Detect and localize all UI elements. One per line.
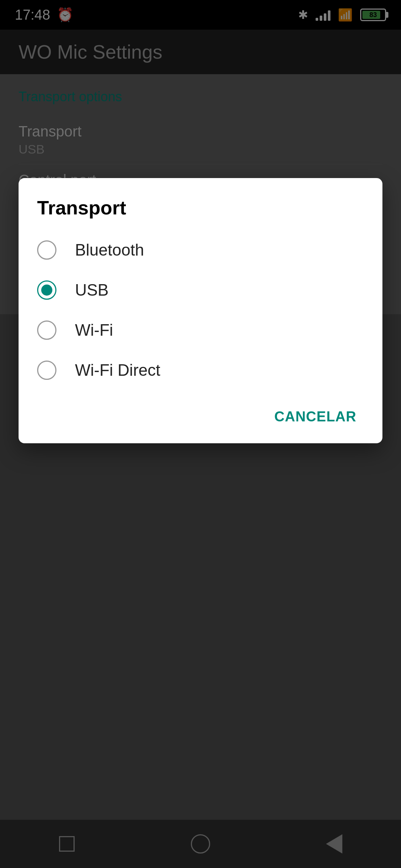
radio-usb[interactable] [37,280,56,300]
radio-wifi[interactable] [37,320,56,340]
radio-wifi-label: Wi-Fi [75,321,113,339]
radio-option-bluetooth[interactable]: Bluetooth [37,230,364,270]
radio-bluetooth-label: Bluetooth [75,241,144,259]
dialog-title: Transport [37,197,364,219]
dialog-actions: CANCELAR [37,398,364,428]
cancel-button[interactable]: CANCELAR [267,405,364,428]
radio-wifi-direct[interactable] [37,361,56,380]
radio-option-wifi[interactable]: Wi-Fi [37,310,364,350]
radio-wifi-direct-label: Wi-Fi Direct [75,361,160,379]
radio-usb-label: USB [75,281,108,299]
radio-bluetooth[interactable] [37,240,56,260]
radio-usb-inner [41,285,52,296]
radio-option-wifi-direct[interactable]: Wi-Fi Direct [37,350,364,390]
transport-dialog: Transport Bluetooth USB Wi-Fi Wi-Fi Dire… [19,178,382,443]
radio-option-usb[interactable]: USB [37,270,364,310]
